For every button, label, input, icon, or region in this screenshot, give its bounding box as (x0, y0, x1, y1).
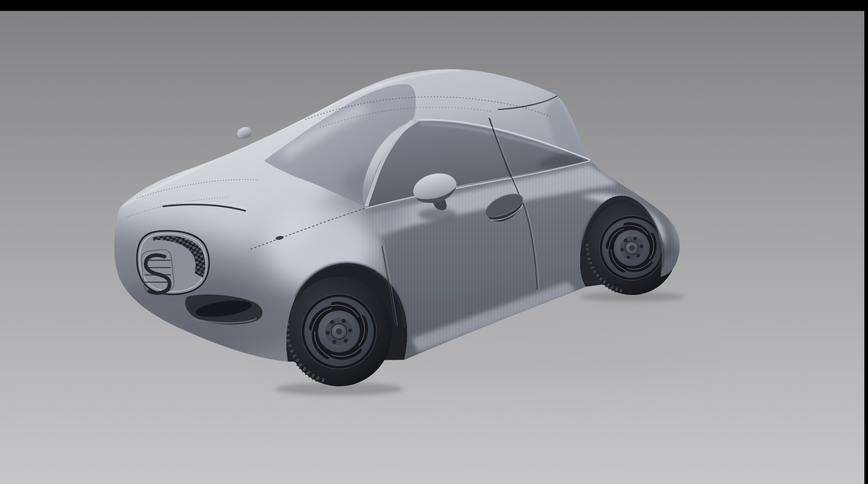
cad-viewport[interactable] (0, 0, 868, 484)
letterbox-top-bar (0, 0, 868, 11)
front-grille (137, 231, 209, 294)
screenshot-root (0, 0, 868, 484)
mirror-shadow (418, 208, 457, 221)
letterbox-right-strip (864, 0, 868, 484)
